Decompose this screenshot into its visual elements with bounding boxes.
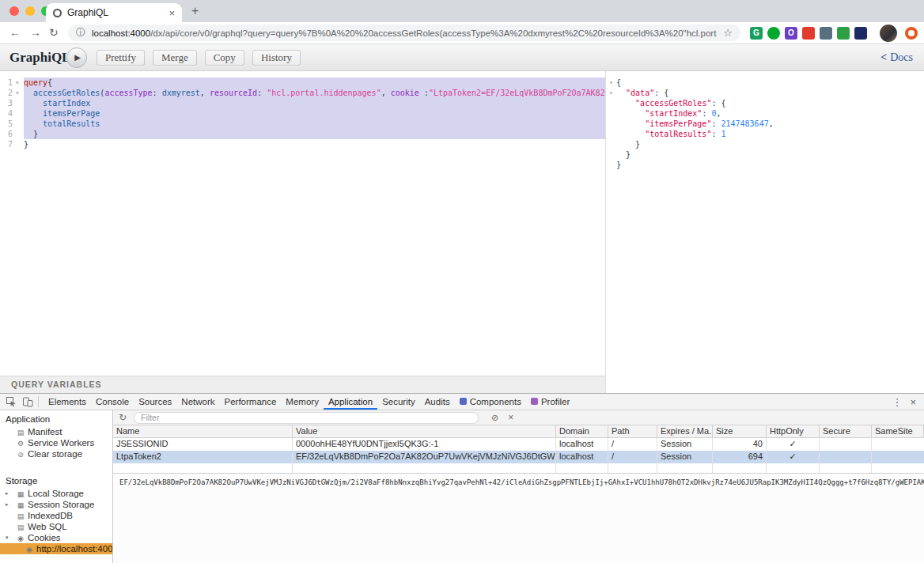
extension-icon-2[interactable] xyxy=(767,27,780,40)
copy-button[interactable]: Copy xyxy=(205,50,244,66)
docs-button[interactable]: <Docs xyxy=(880,51,913,64)
tab-network[interactable]: Network xyxy=(176,394,219,410)
gear-icon: ⚙ xyxy=(16,438,25,449)
extension-icon-8[interactable] xyxy=(905,27,918,40)
tab-security[interactable]: Security xyxy=(377,394,420,410)
httponly-check: ✓ xyxy=(767,451,820,463)
sidebar-item-web-sql[interactable]: ▤Web SQL xyxy=(0,521,112,532)
tab-sources[interactable]: Sources xyxy=(134,394,176,410)
cookie-value-preview: EF/32eLqVkB8DmPoF2Oa7AK82OuP7UwVKejVMJzN… xyxy=(113,473,924,563)
profile-avatar[interactable] xyxy=(880,25,897,42)
chevron-right-icon: ▸ xyxy=(6,499,9,510)
extension-icon-6[interactable] xyxy=(837,27,850,40)
tab-memory[interactable]: Memory xyxy=(281,394,324,410)
tab-audits[interactable]: Audits xyxy=(420,394,455,410)
clear-filter-icon[interactable]: ⊘ xyxy=(491,413,498,423)
new-tab-button[interactable]: + xyxy=(191,4,199,18)
components-icon xyxy=(460,398,467,405)
tab-strip: GraphiQL × + xyxy=(0,0,924,22)
tab-profiler[interactable]: Profiler xyxy=(526,394,574,410)
delete-icon[interactable]: × xyxy=(508,412,513,423)
cookie-row-selected[interactable]: LtpaToken2 EF/32eLqVkB8DmPoF2Oa7AK82OuP7… xyxy=(113,451,924,463)
extension-icon-3[interactable]: O xyxy=(785,27,797,40)
extension-icon-7[interactable] xyxy=(854,27,867,40)
column-expires[interactable]: Expires / Ma... xyxy=(657,425,713,437)
sidebar-item-indexeddb[interactable]: ▤IndexedDB xyxy=(0,510,112,521)
storage-grid-icon: ▦ xyxy=(16,489,25,500)
cookie-table-header: Name Value Domain Path Expires / Ma... S… xyxy=(113,425,924,438)
column-secure[interactable]: Secure xyxy=(820,425,872,437)
extension-icon-4[interactable] xyxy=(802,27,815,40)
chevron-right-icon: ▸ xyxy=(6,488,9,499)
column-samesite[interactable]: SameSite xyxy=(872,425,924,437)
tab-title: GraphiQL xyxy=(67,7,169,18)
query-variables-bar[interactable]: QUERY VARIABLES xyxy=(0,376,605,393)
forward-icon[interactable]: → xyxy=(30,26,41,39)
reload-icon[interactable]: ↻ xyxy=(49,26,59,39)
column-name[interactable]: Name xyxy=(113,425,293,437)
sidebar-section-storage: Storage xyxy=(0,472,112,488)
inspect-element-icon[interactable] xyxy=(6,396,17,407)
chevron-down-icon: ▾ xyxy=(6,532,9,543)
column-httponly[interactable]: HttpOnly xyxy=(767,425,820,437)
window-minimize-button[interactable] xyxy=(25,6,35,16)
application-sidebar: Application ▤Manifest ⚙Service Workers ⊘… xyxy=(0,410,113,563)
clear-storage-icon: ⊘ xyxy=(16,449,25,460)
chevron-left-icon: < xyxy=(880,51,887,63)
tab-components[interactable]: Components xyxy=(455,394,526,410)
address-bar[interactable]: ⓘ localhost:4000/dx/api/core/v0/graphql?… xyxy=(68,25,740,41)
url-text: localhost:4000/dx/api/core/v0/graphql?qu… xyxy=(92,28,717,38)
column-path[interactable]: Path xyxy=(608,425,657,437)
url-host: localhost:4000 xyxy=(92,28,150,38)
kebab-menu-icon[interactable]: ⋮ xyxy=(885,396,908,408)
empty-table-filler xyxy=(113,463,924,473)
execute-query-button[interactable]: ▶ xyxy=(66,47,87,68)
browser-tab[interactable]: GraphiQL × xyxy=(46,3,182,22)
column-size[interactable]: Size xyxy=(713,425,767,437)
tab-close-icon[interactable]: × xyxy=(169,8,175,18)
profiler-icon xyxy=(531,398,538,405)
window-close-button[interactable] xyxy=(9,6,19,16)
prettify-button[interactable]: Prettify xyxy=(97,50,145,66)
extension-icon-1[interactable]: G xyxy=(750,27,763,40)
graphiql-toolbar: GraphiQL ▶ Prettify Merge Copy History <… xyxy=(0,44,924,71)
graphiql-logo: GraphiQL xyxy=(9,50,70,66)
history-button[interactable]: History xyxy=(252,50,301,66)
divider xyxy=(38,396,39,407)
sidebar-item-cookies[interactable]: ▾◉Cookies xyxy=(0,532,112,543)
column-domain[interactable]: Domain xyxy=(556,425,608,437)
sidebar-item-clear-storage[interactable]: ⊘Clear storage xyxy=(0,448,112,459)
devtools-panel: Elements Console Sources Network Perform… xyxy=(0,393,924,563)
cookies-pane: ↻ ⊘ × Name Value Domain Path Expires / M… xyxy=(113,410,924,563)
devtools-close-icon[interactable]: × xyxy=(908,396,924,408)
sidebar-item-cookie-origin[interactable]: ◉http://localhost:4000 xyxy=(0,543,112,554)
sidebar-item-local-storage[interactable]: ▸▦Local Storage xyxy=(0,488,112,499)
extension-icon-5[interactable] xyxy=(820,27,832,40)
sidebar-item-manifest[interactable]: ▤Manifest xyxy=(0,426,112,437)
cookie-row[interactable]: JSESSIONID 0000ohHE48YfU0DNTjjexI5QK3G:-… xyxy=(113,438,924,451)
column-value[interactable]: Value xyxy=(293,425,556,437)
tab-elements[interactable]: Elements xyxy=(44,394,91,410)
graphiql-favicon xyxy=(53,9,62,17)
bookmark-star-icon[interactable]: ☆ xyxy=(723,27,733,39)
query-editor[interactable]: 1▾query{2▾ accessGetRoles(accessType: dx… xyxy=(0,71,605,376)
site-info-icon[interactable]: ⓘ xyxy=(76,26,85,40)
refresh-icon[interactable]: ↻ xyxy=(119,412,127,423)
tab-console[interactable]: Console xyxy=(91,394,134,410)
cookie-icon: ◉ xyxy=(16,533,25,544)
devtools-tabbar-right: ⋮ × xyxy=(885,396,924,408)
docs-label: Docs xyxy=(890,51,913,63)
devtools-tabbar: Elements Console Sources Network Perform… xyxy=(0,394,924,410)
result-viewer[interactable]: ▾{▾ "data": { "accessGetRoles": { "start… xyxy=(606,71,924,393)
device-toolbar-icon[interactable] xyxy=(22,396,33,407)
sidebar-item-session-storage[interactable]: ▸▦Session Storage xyxy=(0,499,112,510)
filter-input[interactable] xyxy=(134,412,479,424)
url-path: /dx/api/core/v0/graphql?query=query%7B%0… xyxy=(150,28,717,38)
merge-button[interactable]: Merge xyxy=(153,50,197,66)
storage-grid-icon: ▦ xyxy=(16,500,25,511)
back-icon[interactable]: ← xyxy=(9,26,21,39)
tab-performance[interactable]: Performance xyxy=(220,394,282,410)
tab-application[interactable]: Application xyxy=(324,394,377,410)
play-icon: ▶ xyxy=(73,53,81,62)
sidebar-item-service-workers[interactable]: ⚙Service Workers xyxy=(0,437,112,448)
